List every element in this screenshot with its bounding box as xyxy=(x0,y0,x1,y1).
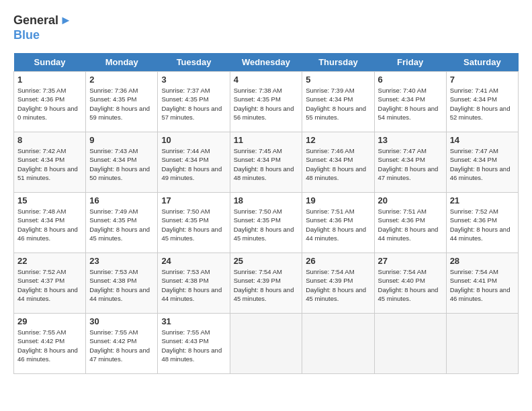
calendar-cell: 5 Sunrise: 7:39 AM Sunset: 4:34 PM Dayli… xyxy=(302,72,374,132)
day-number: 30 xyxy=(89,316,154,326)
day-info: Sunrise: 7:47 AM Sunset: 4:34 PM Dayligh… xyxy=(450,146,515,182)
day-info: Sunrise: 7:53 AM Sunset: 4:38 PM Dayligh… xyxy=(89,267,154,303)
calendar-cell: 15 Sunrise: 7:48 AM Sunset: 4:34 PM Dayl… xyxy=(14,193,86,253)
day-number: 19 xyxy=(306,195,370,205)
day-info: Sunrise: 7:55 AM Sunset: 4:42 PM Dayligh… xyxy=(89,328,154,363)
calendar-cell xyxy=(230,314,302,374)
calendar-cell: 17 Sunrise: 7:50 AM Sunset: 4:35 PM Dayl… xyxy=(158,193,230,253)
calendar-cell: 7 Sunrise: 7:41 AM Sunset: 4:34 PM Dayli… xyxy=(446,72,518,132)
day-info: Sunrise: 7:54 AM Sunset: 4:39 PM Dayligh… xyxy=(306,267,370,303)
day-number: 12 xyxy=(306,135,370,145)
day-number: 31 xyxy=(161,316,226,326)
day-info: Sunrise: 7:49 AM Sunset: 4:35 PM Dayligh… xyxy=(89,207,154,242)
day-number: 8 xyxy=(17,135,82,145)
day-number: 25 xyxy=(234,256,299,266)
day-number: 24 xyxy=(161,256,226,266)
day-number: 6 xyxy=(378,75,443,85)
day-info: Sunrise: 7:46 AM Sunset: 4:34 PM Dayligh… xyxy=(306,146,370,182)
day-number: 10 xyxy=(161,135,226,145)
page-header: General► Blue xyxy=(13,13,519,42)
calendar-cell: 4 Sunrise: 7:38 AM Sunset: 4:35 PM Dayli… xyxy=(230,72,302,132)
day-number: 29 xyxy=(17,316,82,326)
logo-text: General► Blue xyxy=(13,13,72,42)
calendar-cell: 26 Sunrise: 7:54 AM Sunset: 4:39 PM Dayl… xyxy=(302,253,374,314)
calendar-cell: 31 Sunrise: 7:55 AM Sunset: 4:43 PM Dayl… xyxy=(158,314,230,374)
col-header-thursday: Thursday xyxy=(302,53,374,72)
calendar-cell xyxy=(374,314,446,374)
day-info: Sunrise: 7:55 AM Sunset: 4:42 PM Dayligh… xyxy=(17,328,82,363)
day-info: Sunrise: 7:50 AM Sunset: 4:35 PM Dayligh… xyxy=(234,207,299,242)
day-number: 9 xyxy=(89,135,154,145)
day-info: Sunrise: 7:44 AM Sunset: 4:34 PM Dayligh… xyxy=(161,146,226,182)
day-number: 5 xyxy=(306,75,370,85)
calendar-cell: 22 Sunrise: 7:52 AM Sunset: 4:37 PM Dayl… xyxy=(14,253,86,314)
day-info: Sunrise: 7:52 AM Sunset: 4:37 PM Dayligh… xyxy=(17,267,82,303)
calendar-cell xyxy=(446,314,518,374)
calendar-cell: 18 Sunrise: 7:50 AM Sunset: 4:35 PM Dayl… xyxy=(230,193,302,253)
day-number: 22 xyxy=(17,256,82,266)
day-info: Sunrise: 7:37 AM Sunset: 4:35 PM Dayligh… xyxy=(161,86,226,122)
calendar-cell: 23 Sunrise: 7:53 AM Sunset: 4:38 PM Dayl… xyxy=(86,253,158,314)
day-number: 7 xyxy=(450,75,515,85)
day-number: 15 xyxy=(17,195,82,205)
day-info: Sunrise: 7:35 AM Sunset: 4:36 PM Dayligh… xyxy=(17,86,82,122)
calendar-cell: 30 Sunrise: 7:55 AM Sunset: 4:42 PM Dayl… xyxy=(86,314,158,374)
col-header-saturday: Saturday xyxy=(446,53,518,72)
col-header-wednesday: Wednesday xyxy=(230,53,302,72)
calendar-cell: 28 Sunrise: 7:54 AM Sunset: 4:41 PM Dayl… xyxy=(446,253,518,314)
calendar-cell: 21 Sunrise: 7:52 AM Sunset: 4:36 PM Dayl… xyxy=(446,193,518,253)
calendar-week-row: 15 Sunrise: 7:48 AM Sunset: 4:34 PM Dayl… xyxy=(14,193,519,253)
col-header-sunday: Sunday xyxy=(14,53,86,72)
col-header-friday: Friday xyxy=(374,53,446,72)
calendar-cell: 11 Sunrise: 7:45 AM Sunset: 4:34 PM Dayl… xyxy=(230,132,302,193)
day-number: 13 xyxy=(378,135,443,145)
day-info: Sunrise: 7:54 AM Sunset: 4:41 PM Dayligh… xyxy=(450,267,515,303)
calendar-week-row: 8 Sunrise: 7:42 AM Sunset: 4:34 PM Dayli… xyxy=(14,132,519,193)
day-info: Sunrise: 7:40 AM Sunset: 4:34 PM Dayligh… xyxy=(378,86,443,122)
calendar-cell: 9 Sunrise: 7:43 AM Sunset: 4:34 PM Dayli… xyxy=(86,132,158,193)
day-number: 11 xyxy=(234,135,299,145)
day-number: 1 xyxy=(17,75,82,85)
calendar-cell: 1 Sunrise: 7:35 AM Sunset: 4:36 PM Dayli… xyxy=(14,72,86,132)
day-info: Sunrise: 7:47 AM Sunset: 4:34 PM Dayligh… xyxy=(378,146,443,182)
day-info: Sunrise: 7:53 AM Sunset: 4:38 PM Dayligh… xyxy=(161,267,226,303)
calendar-week-row: 22 Sunrise: 7:52 AM Sunset: 4:37 PM Dayl… xyxy=(14,253,519,314)
calendar-cell: 16 Sunrise: 7:49 AM Sunset: 4:35 PM Dayl… xyxy=(86,193,158,253)
day-info: Sunrise: 7:50 AM Sunset: 4:35 PM Dayligh… xyxy=(161,207,226,242)
day-number: 27 xyxy=(378,256,443,266)
day-info: Sunrise: 7:41 AM Sunset: 4:34 PM Dayligh… xyxy=(450,86,515,122)
day-info: Sunrise: 7:38 AM Sunset: 4:35 PM Dayligh… xyxy=(234,86,299,122)
day-info: Sunrise: 7:45 AM Sunset: 4:34 PM Dayligh… xyxy=(234,146,299,182)
day-number: 28 xyxy=(450,256,515,266)
day-info: Sunrise: 7:51 AM Sunset: 4:36 PM Dayligh… xyxy=(378,207,443,242)
logo: General► Blue xyxy=(13,13,72,42)
calendar-cell: 24 Sunrise: 7:53 AM Sunset: 4:38 PM Dayl… xyxy=(158,253,230,314)
calendar-cell: 3 Sunrise: 7:37 AM Sunset: 4:35 PM Dayli… xyxy=(158,72,230,132)
day-number: 2 xyxy=(89,75,154,85)
calendar-cell: 25 Sunrise: 7:54 AM Sunset: 4:39 PM Dayl… xyxy=(230,253,302,314)
calendar-week-row: 29 Sunrise: 7:55 AM Sunset: 4:42 PM Dayl… xyxy=(14,314,519,374)
day-info: Sunrise: 7:36 AM Sunset: 4:35 PM Dayligh… xyxy=(89,86,154,122)
day-number: 18 xyxy=(234,195,299,205)
day-number: 23 xyxy=(89,256,154,266)
day-number: 14 xyxy=(450,135,515,145)
day-info: Sunrise: 7:51 AM Sunset: 4:36 PM Dayligh… xyxy=(306,207,370,242)
calendar-cell: 12 Sunrise: 7:46 AM Sunset: 4:34 PM Dayl… xyxy=(302,132,374,193)
calendar-cell: 19 Sunrise: 7:51 AM Sunset: 4:36 PM Dayl… xyxy=(302,193,374,253)
calendar-cell: 27 Sunrise: 7:54 AM Sunset: 4:40 PM Dayl… xyxy=(374,253,446,314)
day-info: Sunrise: 7:55 AM Sunset: 4:43 PM Dayligh… xyxy=(161,328,226,363)
day-info: Sunrise: 7:54 AM Sunset: 4:39 PM Dayligh… xyxy=(234,267,299,303)
col-header-tuesday: Tuesday xyxy=(158,53,230,72)
day-info: Sunrise: 7:54 AM Sunset: 4:40 PM Dayligh… xyxy=(378,267,443,303)
calendar-cell: 13 Sunrise: 7:47 AM Sunset: 4:34 PM Dayl… xyxy=(374,132,446,193)
day-number: 3 xyxy=(161,75,226,85)
day-number: 26 xyxy=(306,256,370,266)
day-number: 16 xyxy=(89,195,154,205)
day-info: Sunrise: 7:42 AM Sunset: 4:34 PM Dayligh… xyxy=(17,146,82,182)
day-number: 21 xyxy=(450,195,515,205)
calendar-cell: 20 Sunrise: 7:51 AM Sunset: 4:36 PM Dayl… xyxy=(374,193,446,253)
day-info: Sunrise: 7:52 AM Sunset: 4:36 PM Dayligh… xyxy=(450,207,515,242)
calendar-cell: 10 Sunrise: 7:44 AM Sunset: 4:34 PM Dayl… xyxy=(158,132,230,193)
day-info: Sunrise: 7:48 AM Sunset: 4:34 PM Dayligh… xyxy=(17,207,82,242)
calendar-cell: 6 Sunrise: 7:40 AM Sunset: 4:34 PM Dayli… xyxy=(374,72,446,132)
